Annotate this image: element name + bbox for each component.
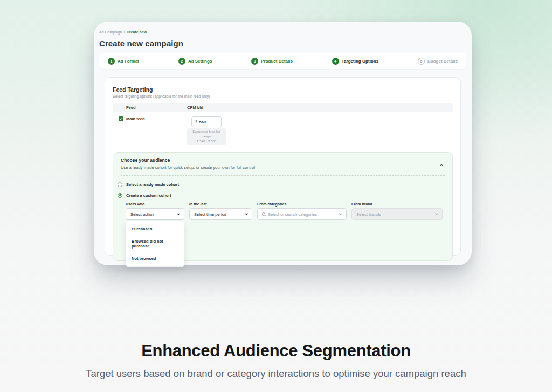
- stepper-connector: [298, 61, 327, 61]
- wizard-stepper: 1 Ad Format 2 Ad Settings 3 Product Deta…: [99, 53, 466, 69]
- table-row: Main feed ₹ Suggested feed bid range ₹ 5…: [113, 116, 453, 145]
- stepper-connector: [144, 61, 173, 61]
- tagline-subheading: Target users based on brand or category …: [0, 368, 552, 380]
- suggested-bid-range-text: Suggested feed bid range: [190, 129, 223, 139]
- cpm-bid-inputbox[interactable]: ₹: [191, 116, 222, 127]
- chevron-down-icon: [339, 212, 342, 215]
- radio-selected-icon[interactable]: [118, 193, 122, 198]
- main-feed-checkbox[interactable]: [119, 116, 123, 121]
- collapse-section-button[interactable]: [438, 157, 445, 170]
- audience-subheading: Use a ready-made cohort for quick setup,…: [121, 165, 255, 170]
- chevron-down-icon: [245, 212, 248, 215]
- column-header-feed: Feed: [113, 105, 187, 110]
- stepper-step-ad-format[interactable]: 1 Ad Format: [108, 58, 139, 65]
- select-value: Select time period: [194, 212, 226, 217]
- radio-unselected-icon[interactable]: [118, 182, 122, 187]
- tagline-heading: Enhanced Audience Segmentation: [0, 341, 552, 361]
- stepper-step-ad-settings[interactable]: 2 Ad Settings: [178, 58, 212, 65]
- select-placeholder: Select brands: [356, 212, 381, 217]
- action-dropdown-menu: Purchased Browsed did not purchase Not b…: [126, 221, 184, 267]
- dashed-divider: [121, 175, 445, 176]
- menu-item-browsed-no-purchase[interactable]: Browsed did not purchase: [126, 235, 184, 252]
- field-label: Users who: [126, 202, 184, 206]
- chevron-up-icon: [440, 164, 443, 167]
- menu-item-not-browsed[interactable]: Not browsed: [126, 252, 184, 265]
- chevron-down-icon: [435, 212, 438, 215]
- feed-name-label: Main feed: [126, 116, 145, 121]
- step-label: Targeting Options: [342, 59, 378, 64]
- radio-label: Select a ready-made cohort: [126, 182, 179, 187]
- column-header-cpm-bid: CPM bid: [187, 105, 203, 110]
- select-action-dropdown[interactable]: Select action: [126, 208, 184, 220]
- stepper-step-targeting-options[interactable]: 4 Targeting Options: [332, 58, 378, 65]
- stepper-connector: [217, 61, 246, 61]
- step-number-badge: 1: [108, 58, 115, 65]
- stepper-step-product-details[interactable]: 3 Product Details: [251, 58, 293, 65]
- field-label: From categories: [257, 202, 347, 206]
- audience-heading: Choose your audience: [121, 157, 255, 163]
- feed-targeting-heading: Feed Targeting: [113, 86, 453, 93]
- breadcrumb-separator-icon: ›: [123, 30, 125, 34]
- feed-targeting-subheading: Select targeting options (applicable for…: [113, 94, 453, 98]
- breadcrumb-parent[interactable]: Ad Campaign: [99, 30, 122, 34]
- step-label: Budget Details: [427, 59, 458, 64]
- marketing-tagline: Enhanced Audience Segmentation Target us…: [0, 341, 552, 380]
- breadcrumb: Ad Campaign › Create new: [99, 30, 466, 34]
- stepper-connector: [384, 61, 412, 61]
- select-value: Select action: [130, 212, 154, 217]
- feed-targeting-panel: Feed Targeting Select targeting options …: [105, 77, 461, 256]
- feed-table-header: Feed CPM bid: [113, 103, 453, 112]
- campaign-wizard-card: Ad Campaign › Create new Create new camp…: [94, 22, 472, 265]
- rupee-icon: ₹: [195, 120, 197, 124]
- choose-audience-panel: Choose your audience Use a ready-made co…: [113, 152, 453, 261]
- select-time-period-dropdown[interactable]: Select time period: [189, 208, 252, 220]
- stepper-step-budget-details: 5 Budget Details: [418, 58, 458, 65]
- suggested-bid-range-values: ₹ 540 - ₹ 580: [190, 139, 223, 144]
- suggested-bid-range: Suggested feed bid range ₹ 540 - ₹ 580: [187, 128, 226, 145]
- radio-label: Create a custom cohort: [126, 193, 171, 198]
- search-icon: [262, 212, 265, 216]
- step-label: Ad Settings: [188, 59, 212, 64]
- step-label: Ad Format: [118, 59, 139, 64]
- step-number-badge: 3: [251, 58, 258, 65]
- custom-cohort-option[interactable]: Create a custom cohort: [118, 190, 448, 201]
- step-label: Product Details: [261, 59, 293, 64]
- cpm-bid-field[interactable]: [199, 120, 216, 125]
- page-title: Create new campaign: [99, 39, 466, 48]
- field-users-who: Users who Select action Purchased Browse…: [126, 202, 184, 220]
- field-in-the-last: In the last Select time period: [189, 202, 252, 220]
- chevron-down-icon: [177, 212, 180, 215]
- step-number-badge: 2: [178, 58, 185, 65]
- step-number-badge: 4: [332, 58, 339, 65]
- field-from-categories: From categories Select or search categor…: [257, 202, 347, 220]
- ready-made-cohort-option[interactable]: Select a ready-made cohort: [118, 179, 448, 190]
- breadcrumb-current: Create new: [127, 30, 147, 34]
- field-from-brand: From brand Select brands: [351, 202, 443, 220]
- menu-item-purchased[interactable]: Purchased: [126, 223, 184, 235]
- brands-select-disabled: Select brands: [351, 208, 443, 220]
- step-number-badge: 5: [418, 58, 425, 65]
- field-label: From brand: [351, 202, 443, 206]
- select-placeholder: Select or search categories: [268, 212, 317, 217]
- categories-search-select[interactable]: Select or search categories: [257, 208, 347, 220]
- field-label: In the last: [189, 202, 252, 206]
